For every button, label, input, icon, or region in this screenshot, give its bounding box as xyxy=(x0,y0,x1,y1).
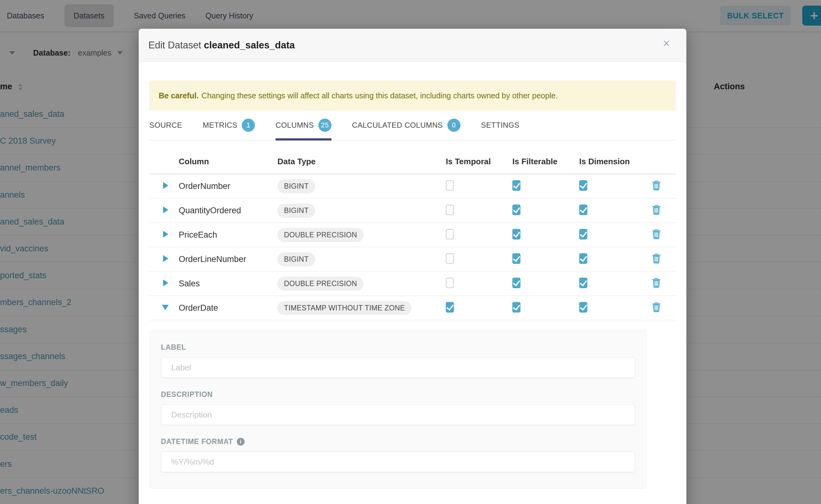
is-dimension-checkbox[interactable] xyxy=(579,302,587,313)
tab-count-badge: 1 xyxy=(242,119,255,132)
column-row: OrderNumber BIGINT xyxy=(149,174,676,199)
modal-title-dataset-name: cleaned_sales_data xyxy=(204,40,295,51)
tab-label: COLUMNS xyxy=(275,121,314,130)
data-type-pill: DOUBLE PRECISION xyxy=(277,228,363,242)
modal-body: Be careful. Changing these settings will… xyxy=(139,81,686,489)
tab-columns[interactable]: COLUMNS 25 xyxy=(275,119,331,140)
tab-bar: SOURCE METRICS 1 COLUMNS 25 CALCULATED C… xyxy=(149,119,676,141)
edit-dataset-modal: Edit Dataset cleaned_sales_data × Be car… xyxy=(139,29,686,504)
column-name: OrderDate xyxy=(179,303,277,313)
data-type-pill: BIGINT xyxy=(277,179,315,193)
warning-bold-text: Be careful. xyxy=(159,91,199,100)
column-name: Sales xyxy=(179,279,277,289)
modal-title-prefix: Edit Dataset xyxy=(148,40,201,51)
tab-calculated-columns[interactable]: CALCULATED COLUMNS 0 xyxy=(352,119,461,140)
tab-label: SOURCE xyxy=(149,121,182,130)
header-data-type: Data Type xyxy=(277,157,446,166)
column-row: Sales DOUBLE PRECISION xyxy=(149,272,676,296)
is-dimension-checkbox[interactable] xyxy=(579,180,587,191)
tab-count-badge: 25 xyxy=(318,119,331,132)
warning-text: Changing these settings will affect all … xyxy=(201,91,558,100)
expand-caret-icon[interactable] xyxy=(163,182,168,189)
expand-caret-icon[interactable] xyxy=(163,279,168,286)
delete-column-icon[interactable] xyxy=(652,278,661,289)
data-type-pill: BIGINT xyxy=(277,252,315,266)
header-is-filterable: Is Filterable xyxy=(512,157,579,166)
is-dimension-checkbox[interactable] xyxy=(579,205,587,215)
is-filterable-checkbox[interactable] xyxy=(512,278,521,288)
label-input[interactable] xyxy=(161,357,635,378)
tab-count-badge: 0 xyxy=(448,119,461,132)
delete-column-icon[interactable] xyxy=(652,229,661,241)
column-row: PriceEach DOUBLE PRECISION xyxy=(149,223,676,247)
tab-label: SETTINGS xyxy=(481,121,520,130)
is-temporal-checkbox[interactable] xyxy=(446,253,454,264)
screen: Databases Datasets Saved Queries Query H… xyxy=(0,0,821,504)
description-input[interactable] xyxy=(161,404,635,425)
is-filterable-checkbox[interactable] xyxy=(512,205,521,215)
label-field-label: LABEL xyxy=(161,343,635,352)
warning-banner: Be careful. Changing these settings will… xyxy=(149,81,676,111)
column-row: OrderDate TIMESTAMP WITHOUT TIME ZONE xyxy=(149,296,676,320)
tab-metrics[interactable]: METRICS 1 xyxy=(203,119,255,140)
is-temporal-checkbox[interactable] xyxy=(446,302,454,313)
header-is-temporal: Is Temporal xyxy=(446,157,512,166)
is-filterable-checkbox[interactable] xyxy=(512,180,521,191)
tab-settings[interactable]: SETTINGS xyxy=(481,119,520,140)
column-detail-panel: LABEL DESCRIPTION DATETIME FORMAT i xyxy=(149,330,647,489)
column-name: QuantityOrdered xyxy=(179,206,277,215)
is-filterable-checkbox[interactable] xyxy=(512,302,521,313)
datetime-format-label-text: DATETIME FORMAT xyxy=(161,437,233,446)
header-is-dimension: Is Dimension xyxy=(579,157,637,166)
data-type-pill: TIMESTAMP WITHOUT TIME ZONE xyxy=(277,301,412,315)
expand-caret-icon[interactable] xyxy=(162,305,169,310)
modal-header: Edit Dataset cleaned_sales_data × xyxy=(139,29,686,62)
expand-caret-icon[interactable] xyxy=(163,255,168,262)
datetime-format-input[interactable] xyxy=(161,452,635,472)
delete-column-icon[interactable] xyxy=(652,302,661,314)
delete-column-icon[interactable] xyxy=(652,253,661,265)
is-temporal-checkbox[interactable] xyxy=(446,229,454,240)
info-icon[interactable]: i xyxy=(237,438,245,446)
data-type-pill: BIGINT xyxy=(277,204,315,218)
expand-caret-icon[interactable] xyxy=(163,206,168,213)
column-row: QuantityOrdered BIGINT xyxy=(149,199,676,223)
delete-column-icon[interactable] xyxy=(652,205,661,216)
tab-label: METRICS xyxy=(203,121,237,130)
is-dimension-checkbox[interactable] xyxy=(579,229,587,240)
columns-table-header: ColumnData TypeIs TemporalIs FilterableI… xyxy=(149,149,676,174)
is-filterable-checkbox[interactable] xyxy=(512,229,521,240)
is-dimension-checkbox[interactable] xyxy=(579,253,587,264)
columns-table: ColumnData TypeIs TemporalIs FilterableI… xyxy=(149,149,676,320)
column-name: OrderLineNumber xyxy=(179,254,277,264)
tab-source[interactable]: SOURCE xyxy=(149,119,182,140)
is-temporal-checkbox[interactable] xyxy=(446,205,454,215)
delete-column-icon[interactable] xyxy=(652,180,661,192)
column-name: PriceEach xyxy=(179,230,277,240)
datetime-format-field-label: DATETIME FORMAT i xyxy=(161,437,635,446)
close-icon[interactable]: × xyxy=(663,37,670,49)
expand-caret-icon[interactable] xyxy=(163,231,168,238)
columns-table-body: OrderNumber BIGINT xyxy=(149,174,676,320)
column-name: OrderNumber xyxy=(179,181,277,191)
modal-title: Edit Dataset cleaned_sales_data xyxy=(148,40,295,51)
description-field-label: DESCRIPTION xyxy=(161,390,635,399)
is-temporal-checkbox[interactable] xyxy=(446,278,454,288)
is-filterable-checkbox[interactable] xyxy=(512,253,521,264)
data-type-pill: DOUBLE PRECISION xyxy=(277,277,363,291)
tab-label: CALCULATED COLUMNS xyxy=(352,121,443,130)
is-dimension-checkbox[interactable] xyxy=(579,278,587,288)
is-temporal-checkbox[interactable] xyxy=(446,180,454,191)
column-row: OrderLineNumber BIGINT xyxy=(149,247,676,272)
header-column: Column xyxy=(179,157,277,166)
